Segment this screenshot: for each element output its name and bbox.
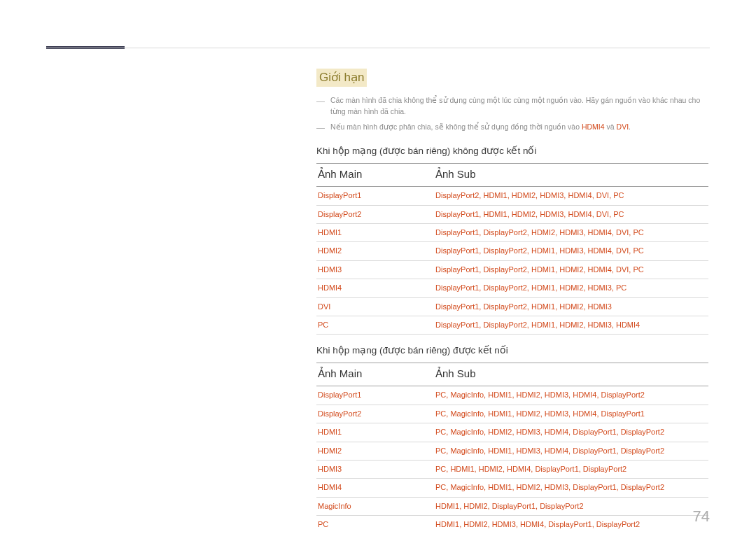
cell-main: HDMI4	[316, 279, 434, 297]
page-number: 74	[693, 507, 710, 526]
table-row: DisplayPort1DisplayPort2, HDMI1, HDMI2, …	[316, 187, 708, 205]
table-row: HDMI2PC, MagicInfo, HDMI1, HDMI3, HDMI4,…	[316, 442, 708, 460]
table-row: HDMI4DisplayPort1, DisplayPort2, HDMI1, …	[316, 279, 708, 297]
cell-sub: PC, MagicInfo, HDMI1, HDMI2, HDMI3, Disp…	[434, 479, 708, 497]
note-2-pre: Nếu màn hình được phân chia, sẽ không th…	[330, 122, 582, 131]
table-row: DisplayPort2PC, MagicInfo, HDMI1, HDMI2,…	[316, 405, 708, 423]
table-row: HDMI3DisplayPort1, DisplayPort2, HDMI1, …	[316, 260, 708, 279]
cell-main: DisplayPort2	[316, 405, 434, 423]
cell-sub: DisplayPort1, DisplayPort2, HDMI1, HDMI2…	[434, 297, 708, 316]
cell-main: HDMI3	[316, 260, 434, 279]
cell-sub: HDMI1, HDMI2, DisplayPort1, DisplayPort2	[434, 497, 708, 515]
cell-sub: DisplayPort1, DisplayPort2, HDMI1, HDMI2…	[434, 279, 708, 297]
table-row: HDMI1PC, MagicInfo, HDMI2, HDMI3, HDMI4,…	[316, 423, 708, 442]
table-row: HDMI4PC, MagicInfo, HDMI1, HDMI2, HDMI3,…	[316, 479, 708, 497]
note-2-post: .	[629, 122, 631, 131]
cell-sub: DisplayPort1, DisplayPort2, HDMI2, HDMI3…	[434, 224, 708, 242]
table-connected: Ảnh Main Ảnh Sub DisplayPort1PC, MagicIn…	[316, 363, 708, 534]
note-2: Nếu màn hình được phân chia, sẽ không th…	[330, 122, 708, 133]
table-row: PCHDMI1, HDMI2, HDMI3, HDMI4, DisplayPor…	[316, 516, 708, 534]
section-title: Giới hạn	[316, 69, 367, 87]
main-content: Giới hạn Các màn hình đã chia không thể …	[316, 69, 708, 534]
cell-sub: PC, MagicInfo, HDMI2, HDMI3, HDMI4, Disp…	[434, 423, 708, 442]
cell-sub: DisplayPort1, HDMI1, HDMI2, HDMI3, HDMI4…	[434, 205, 708, 223]
cell-main: PC	[316, 516, 434, 534]
cell-sub: DisplayPort1, DisplayPort2, HDMI1, HDMI2…	[434, 316, 708, 334]
note-2-mid: và	[605, 122, 617, 131]
cell-main: HDMI3	[316, 460, 434, 478]
note-2-hdmi4: HDMI4	[582, 122, 605, 131]
table2-caption: Khi hộp mạng (được bán riêng) được kết n…	[316, 344, 708, 356]
table-row: HDMI1DisplayPort1, DisplayPort2, HDMI2, …	[316, 224, 708, 242]
table1-caption: Khi hộp mạng (được bán riêng) không được…	[316, 145, 708, 156]
table-row: DVIDisplayPort1, DisplayPort2, HDMI1, HD…	[316, 297, 708, 316]
table-row: HDMI2DisplayPort1, DisplayPort2, HDMI1, …	[316, 242, 708, 260]
cell-sub: DisplayPort1, DisplayPort2, HDMI1, HDMI3…	[434, 242, 708, 260]
cell-main: DisplayPort1	[316, 187, 434, 205]
table-row: DisplayPort1PC, MagicInfo, HDMI1, HDMI2,…	[316, 386, 708, 405]
table-row: MagicInfoHDMI1, HDMI2, DisplayPort1, Dis…	[316, 497, 708, 515]
cell-main: DVI	[316, 297, 434, 316]
cell-main: HDMI4	[316, 479, 434, 497]
cell-main: PC	[316, 316, 434, 334]
table1-head-sub: Ảnh Sub	[434, 164, 708, 187]
cell-sub: PC, MagicInfo, HDMI1, HDMI2, HDMI3, HDMI…	[434, 405, 708, 423]
cell-main: HDMI1	[316, 224, 434, 242]
cell-main: DisplayPort1	[316, 386, 434, 405]
cell-main: HDMI2	[316, 442, 434, 460]
notes-list: Các màn hình đã chia không thể sử dụng c…	[330, 95, 708, 132]
cell-sub: PC, HDMI1, HDMI2, HDMI4, DisplayPort1, D…	[434, 460, 708, 478]
cell-main: HDMI1	[316, 423, 434, 442]
table-row: DisplayPort2DisplayPort1, HDMI1, HDMI2, …	[316, 205, 708, 223]
cell-main: MagicInfo	[316, 497, 434, 515]
note-1: Các màn hình đã chia không thể sử dụng c…	[330, 95, 708, 118]
note-2-dvi: DVI	[617, 122, 629, 131]
cell-sub: PC, MagicInfo, HDMI1, HDMI3, HDMI4, Disp…	[434, 442, 708, 460]
header-rule	[46, 48, 710, 48]
table-row: HDMI3PC, HDMI1, HDMI2, HDMI4, DisplayPor…	[316, 460, 708, 478]
table2-head-main: Ảnh Main	[316, 363, 434, 386]
cell-main: DisplayPort2	[316, 205, 434, 223]
cell-sub: DisplayPort2, HDMI1, HDMI2, HDMI3, HDMI4…	[434, 187, 708, 205]
cell-sub: DisplayPort1, DisplayPort2, HDMI1, HDMI2…	[434, 260, 708, 279]
cell-main: HDMI2	[316, 242, 434, 260]
table2-head-sub: Ảnh Sub	[434, 363, 708, 386]
cell-sub: PC, MagicInfo, HDMI1, HDMI2, HDMI3, HDMI…	[434, 386, 708, 405]
table-row: PCDisplayPort1, DisplayPort2, HDMI1, HDM…	[316, 316, 708, 334]
table1-head-main: Ảnh Main	[316, 164, 434, 187]
table-not-connected: Ảnh Main Ảnh Sub DisplayPort1DisplayPort…	[316, 163, 708, 335]
cell-sub: HDMI1, HDMI2, HDMI3, HDMI4, DisplayPort1…	[434, 516, 708, 534]
